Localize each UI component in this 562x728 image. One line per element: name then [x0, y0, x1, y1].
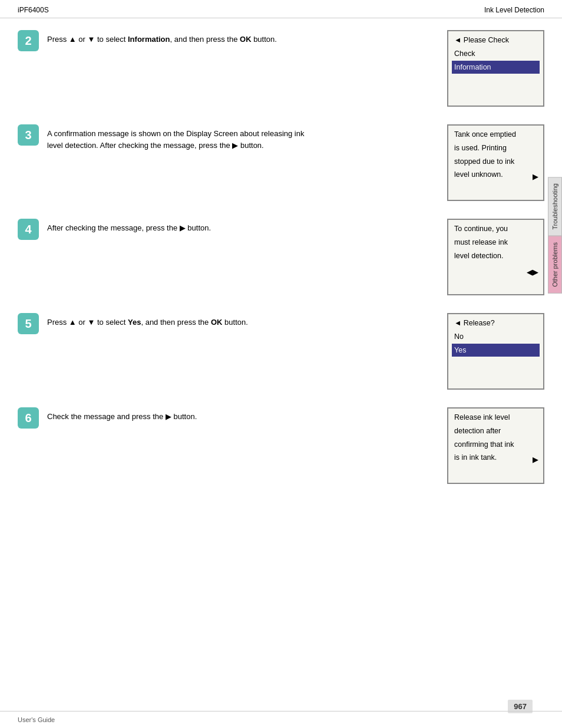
header-left: iPF6400S	[18, 6, 49, 14]
step-text: After checking the message, press the ▶ …	[47, 219, 211, 234]
step-badge: 3	[18, 124, 39, 146]
lcd-screen: To continue, youmust release inklevel de…	[447, 219, 544, 295]
step-badge: 6	[18, 407, 39, 429]
lcd-row: Release ink level	[452, 411, 540, 424]
lcd-row: confirming that ink	[452, 438, 540, 452]
lcd-row: level unknown.	[452, 168, 540, 182]
side-tab: Troubleshooting	[548, 177, 562, 236]
lcd-right-arrow: ▶	[533, 454, 538, 466]
lcd-row: ◄ Release?	[452, 317, 540, 330]
step-left: 3A confirmation message is shown on the …	[18, 124, 429, 151]
step-badge: 5	[18, 313, 39, 334]
lcd-row: Information	[452, 61, 540, 74]
lcd-row: No	[452, 330, 540, 344]
lcd-lr-arrow: ◀▶	[527, 266, 538, 278]
lcd-screen: ◄ Please CheckCheckInformation	[447, 30, 544, 107]
lcd-row: ◄ Please Check	[452, 34, 540, 47]
step-text: Check the message and press the ▶ button…	[47, 407, 197, 423]
page-footer: User's Guide	[0, 711, 562, 728]
lcd-row	[452, 182, 540, 184]
step-row: 6Check the message and press the ▶ butto…	[18, 407, 544, 484]
step-badge: 2	[18, 30, 39, 51]
lcd-row: To continue, you	[452, 222, 540, 236]
step-left: 2Press ▲ or ▼ to select Information, and…	[18, 30, 429, 51]
lcd-row: must release ink	[452, 236, 540, 249]
side-tab: Other problems	[548, 236, 562, 294]
lcd-right-arrow: ▶	[533, 171, 538, 183]
header-right: Ink Level Detection	[484, 6, 544, 14]
lcd-row	[452, 76, 540, 78]
main-content: 2Press ▲ or ▼ to select Information, and…	[0, 18, 562, 496]
footer-left: User's Guide	[18, 716, 55, 723]
step-row: 2Press ▲ or ▼ to select Information, and…	[18, 30, 544, 107]
lcd-screen: Tank once emptiedis used. Printingstoppe…	[447, 124, 544, 201]
side-tabs: TroubleshootingOther problems	[548, 177, 562, 294]
lcd-row: stopped due to ink	[452, 155, 540, 169]
step-left: 6Check the message and press the ▶ butto…	[18, 407, 429, 429]
lcd-row: detection after	[452, 424, 540, 438]
step-text: Press ▲ or ▼ to select Yes, and then pre…	[47, 313, 248, 328]
page-header: iPF6400S Ink Level Detection	[0, 0, 562, 18]
step-text: Press ▲ or ▼ to select Information, and …	[47, 30, 277, 45]
step-left: 4After checking the message, press the ▶…	[18, 219, 429, 240]
lcd-row: level detection.	[452, 249, 540, 263]
step-row: 4After checking the message, press the ▶…	[18, 219, 544, 295]
lcd-row: Yes	[452, 344, 540, 357]
lcd-row: Check	[452, 47, 540, 61]
step-row: 3A confirmation message is shown on the …	[18, 124, 544, 201]
lcd-row	[452, 465, 540, 467]
lcd-row: Tank once emptied	[452, 128, 540, 141]
lcd-row	[452, 359, 540, 361]
lcd-screen: ◄ Release?NoYes	[447, 313, 544, 390]
lcd-screen: Release ink leveldetection afterconfirmi…	[447, 407, 544, 484]
step-badge: 4	[18, 219, 39, 240]
lcd-row: is used. Printing	[452, 141, 540, 155]
step-text: A confirmation message is shown on the D…	[47, 124, 318, 151]
step-left: 5Press ▲ or ▼ to select Yes, and then pr…	[18, 313, 429, 334]
lcd-row: is in ink tank.	[452, 451, 540, 465]
step-row: 5Press ▲ or ▼ to select Yes, and then pr…	[18, 313, 544, 390]
